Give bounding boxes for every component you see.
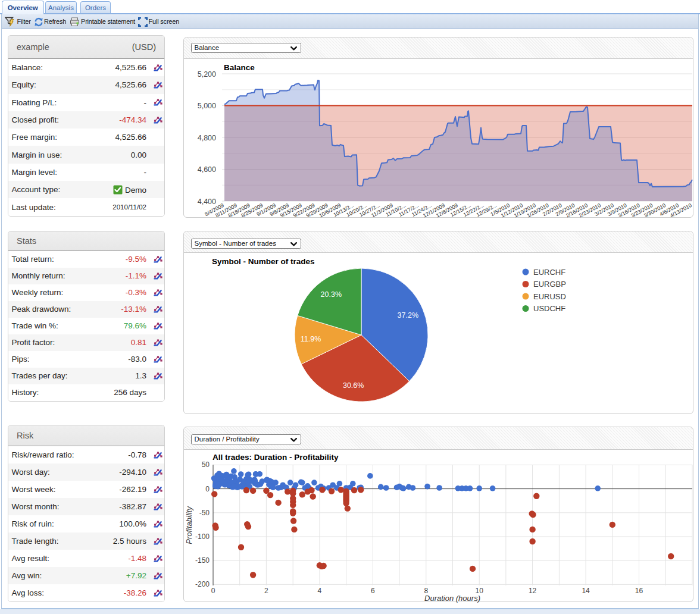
- svg-text:30.6%: 30.6%: [343, 381, 364, 390]
- svg-text:-150: -150: [195, 556, 210, 565]
- svg-text:12: 12: [529, 587, 537, 595]
- svg-text:37.2%: 37.2%: [398, 311, 418, 319]
- svg-text:11.9%: 11.9%: [301, 335, 321, 343]
- svg-text:0: 0: [211, 587, 215, 595]
- svg-text:EURUSD: EURUSD: [533, 292, 566, 301]
- svg-text:5,000: 5,000: [198, 102, 216, 110]
- svg-text:0: 0: [205, 485, 210, 493]
- svg-text:4,600: 4,600: [198, 165, 216, 174]
- svg-text:-100: -100: [195, 532, 210, 541]
- svg-text:-200: -200: [195, 580, 210, 588]
- svg-text:EURGBP: EURGBP: [533, 280, 566, 289]
- svg-text:Profitability: Profitability: [185, 506, 193, 544]
- svg-text:50: 50: [202, 460, 210, 469]
- svg-text:14: 14: [582, 587, 590, 595]
- svg-text:Duration (hours): Duration (hours): [424, 594, 480, 603]
- svg-text:-50: -50: [199, 509, 210, 517]
- svg-text:Balance: Balance: [224, 63, 255, 72]
- svg-text:4,800: 4,800: [198, 134, 216, 142]
- svg-text:All trades: Duration - Profita: All trades: Duration - Profitability: [212, 453, 339, 462]
- svg-text:2: 2: [264, 587, 268, 595]
- svg-text:20.3%: 20.3%: [321, 290, 342, 299]
- svg-text:EURCHF: EURCHF: [533, 268, 565, 277]
- svg-text:Symbol - Number of trades: Symbol - Number of trades: [212, 257, 315, 266]
- svg-text:6: 6: [371, 587, 375, 595]
- svg-text:4,400: 4,400: [198, 198, 216, 206]
- svg-text:5,200: 5,200: [198, 70, 216, 79]
- svg-text:16: 16: [635, 587, 643, 595]
- svg-text:4: 4: [318, 587, 322, 595]
- svg-text:USDCHF: USDCHF: [533, 304, 565, 313]
